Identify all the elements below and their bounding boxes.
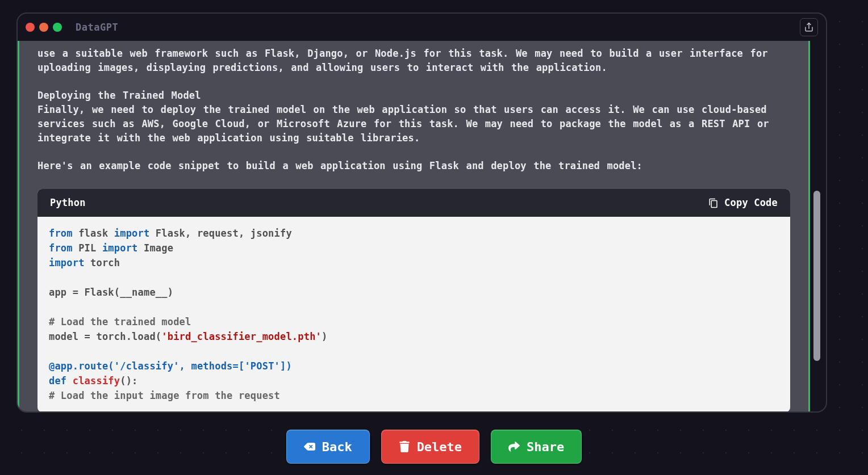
scrollbar[interactable]: [813, 41, 824, 411]
delete-button[interactable]: Delete: [381, 430, 479, 464]
window-controls: DataGPT: [26, 22, 118, 33]
titlebar: DataGPT: [18, 14, 826, 41]
app-title: DataGPT: [76, 22, 118, 33]
response-paragraph: Finally, we need to deploy the trained m…: [37, 103, 790, 145]
action-bar: Back Delete Share: [0, 430, 868, 464]
minimize-dot[interactable]: [39, 23, 48, 32]
maximize-dot[interactable]: [53, 23, 62, 32]
share-arrow-icon: [508, 441, 520, 452]
export-button[interactable]: [800, 18, 818, 36]
copy-code-button[interactable]: Copy Code: [708, 196, 778, 210]
code-body: from flask import Flask, request, jsonif…: [37, 217, 790, 411]
response-paragraph: Here's an example code snippet to build …: [37, 159, 790, 173]
backspace-icon: [304, 441, 315, 452]
copy-icon: [708, 198, 719, 208]
back-button[interactable]: Back: [286, 430, 370, 464]
copy-code-label: Copy Code: [724, 196, 778, 210]
code-block: Python Copy Code from flask import Flask…: [37, 189, 790, 411]
response-content: use a suitable web framework such as Fla…: [18, 41, 810, 411]
share-label: Share: [527, 440, 564, 454]
close-dot[interactable]: [26, 23, 35, 32]
trash-icon: [399, 441, 410, 452]
delete-label: Delete: [417, 440, 462, 454]
code-language-label: Python: [50, 196, 86, 210]
share-button[interactable]: Share: [491, 430, 582, 464]
response-heading: Deploying the Trained Model: [37, 89, 790, 103]
code-header: Python Copy Code: [37, 189, 790, 217]
response-paragraph: use a suitable web framework such as Fla…: [37, 47, 790, 75]
scroll-thumb[interactable]: [813, 191, 820, 361]
share-icon: [804, 22, 814, 32]
app-window: DataGPT use a suitable web framework suc…: [16, 12, 827, 413]
back-label: Back: [322, 440, 352, 454]
